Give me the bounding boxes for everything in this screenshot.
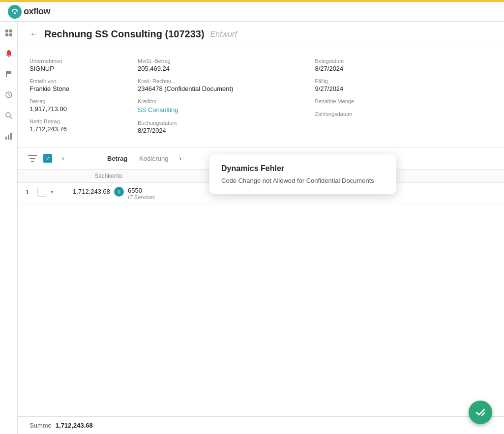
- svg-rect-6: [6, 71, 7, 77]
- zahlungsdatum-field: Zahlungsdatum: [315, 108, 493, 121]
- fab-button[interactable]: [469, 401, 492, 424]
- page-status: Entwurf: [210, 30, 237, 39]
- details-section: Unternehmen SIGNUP Erstellt von Frankie …: [18, 47, 504, 147]
- sidebar-chart-icon[interactable]: [3, 131, 14, 142]
- netto-betrag-field: Netto Betrag 1,712,243.76: [30, 116, 138, 136]
- zahlungsdatum-label: Zahlungsdatum: [315, 111, 493, 117]
- footer: Summe 1,712,243.68: [18, 416, 504, 434]
- erstellt-von-label: Erstellt von: [30, 78, 138, 84]
- logo: oxflow: [8, 5, 50, 19]
- checkbox-check-icon: ✓: [46, 155, 50, 162]
- content-area: ← Rechnung SS Consulting (107233) Entwur…: [18, 22, 504, 434]
- back-button[interactable]: ←: [30, 29, 38, 39]
- fallig-label: Fällig: [315, 78, 493, 84]
- kodierung-column-header: Kodierung: [139, 155, 168, 162]
- error-title: Dynamics Fehler: [221, 164, 385, 173]
- svg-rect-9: [5, 137, 7, 140]
- sidebar-bell-icon[interactable]: [3, 48, 14, 59]
- sachkonto-code: 6550: [128, 187, 155, 194]
- kred-rechnu-label: Kred.-Rechnu...: [138, 78, 315, 84]
- top-border: [0, 0, 504, 2]
- kodierung-chevron-icon[interactable]: ›: [173, 151, 187, 165]
- betrag-value: 1,917,713.00: [30, 105, 138, 113]
- expand-icon[interactable]: ›: [56, 151, 70, 165]
- select-all-checkbox[interactable]: ✓: [43, 154, 52, 163]
- row-add-button[interactable]: +: [114, 187, 124, 197]
- footer-label: Summe: [30, 422, 52, 429]
- unternehmen-field: Unternehmen SIGNUP: [30, 55, 138, 75]
- svg-rect-10: [8, 135, 9, 140]
- svg-rect-2: [9, 29, 12, 32]
- erstellt-von-value: Frankie Stone: [30, 85, 138, 92]
- bezahlte-menge-field: Bezahlte Menge: [315, 95, 493, 108]
- page-title: Rechnung SS Consulting (107233): [44, 29, 205, 40]
- row-checkbox[interactable]: [37, 188, 46, 197]
- svg-rect-11: [10, 133, 12, 140]
- page-header: ← Rechnung SS Consulting (107233) Entwur…: [18, 22, 504, 47]
- table-body: 1 ▼ 1,712,243.68 + 6550 IT Services: [18, 183, 504, 416]
- belegdatum-label: Belegdatum: [315, 58, 493, 64]
- filter-icon[interactable]: [26, 151, 39, 165]
- error-dialog: Dynamics Fehler Code Change not Allowed …: [209, 154, 396, 194]
- logo-icon: [8, 5, 22, 19]
- svg-point-0: [14, 12, 16, 14]
- kreditor-link[interactable]: SS Consulting: [138, 106, 178, 114]
- buchungsdatum-field: Buchungsdatum 8/27/2024: [138, 117, 315, 137]
- betrag-column-header: Betrag: [107, 155, 127, 162]
- bezahlte-menge-label: Bezahlte Menge: [315, 98, 493, 104]
- sidebar: [0, 22, 18, 434]
- row-number: 1: [26, 187, 37, 196]
- kreditor-label: Kreditor: [138, 98, 315, 104]
- netto-betrag-label: Netto Betrag: [30, 118, 138, 124]
- belegdatum-value: 8/27/2024: [315, 65, 493, 72]
- unternehmen-value: SIGNUP: [30, 65, 138, 72]
- fallig-field: Fällig 9/27/2024: [315, 75, 493, 95]
- logo-text: oxflow: [24, 6, 50, 17]
- sachkonto-desc: IT Services: [128, 194, 155, 200]
- sidebar-search-icon[interactable]: [3, 110, 14, 121]
- svg-rect-1: [5, 29, 8, 32]
- error-message: Code Change not Allowed for Confidential…: [221, 177, 385, 184]
- sachkonto-col-header: Sachkonto: [94, 173, 122, 179]
- belegdatum-field: Belegdatum 8/27/2024: [315, 55, 493, 75]
- kreditor-field: Kreditor SS Consulting: [138, 95, 315, 117]
- svg-point-5: [8, 56, 9, 58]
- header-bar: oxflow: [0, 2, 504, 22]
- buchungsdatum-value: 8/27/2024: [138, 127, 315, 134]
- sidebar-flag-icon[interactable]: [3, 69, 14, 80]
- sidebar-home-icon[interactable]: [3, 28, 14, 38]
- netto-betrag-value: 1,712,243.76: [30, 125, 138, 133]
- betrag-field: Betrag 1,917,713.00: [30, 95, 138, 116]
- mwst-betrag-field: MwSt.-Betrag 205,469.24: [138, 55, 315, 75]
- row-sachkonto: 6550 IT Services: [128, 187, 155, 200]
- mwst-betrag-value: 205,469.24: [138, 65, 315, 72]
- mwst-betrag-label: MwSt.-Betrag: [138, 58, 315, 64]
- row-dropdown-icon[interactable]: ▼: [48, 188, 56, 196]
- svg-rect-4: [9, 33, 12, 36]
- sidebar-clock-icon[interactable]: [3, 89, 14, 100]
- footer-value: 1,712,243.68: [56, 422, 93, 429]
- kred-rechnu-field: Kred.-Rechnu... 2346478 (Confidential Do…: [138, 75, 315, 95]
- kred-rechnu-value: 2346478 (Confidential Document): [138, 85, 315, 92]
- erstellt-von-field: Erstellt von Frankie Stone: [30, 75, 138, 95]
- row-amount: 1,712,243.68: [60, 187, 114, 195]
- fallig-value: 9/27/2024: [315, 85, 493, 92]
- betrag-label: Betrag: [30, 98, 138, 104]
- buchungsdatum-label: Buchungsdatum: [138, 120, 315, 126]
- unternehmen-label: Unternehmen: [30, 58, 138, 64]
- svg-rect-3: [5, 33, 8, 36]
